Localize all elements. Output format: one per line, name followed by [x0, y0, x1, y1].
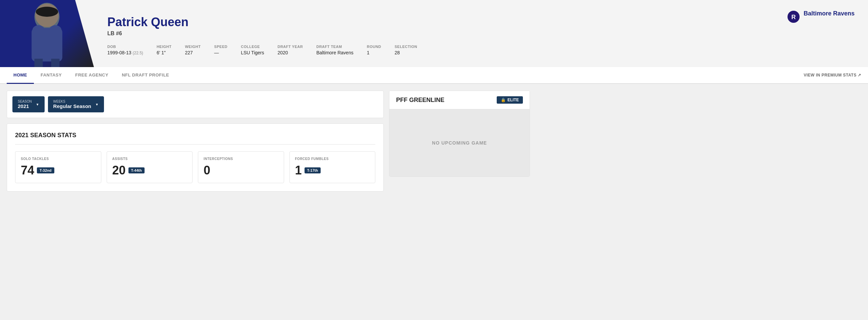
- round-label: ROUND: [367, 44, 381, 49]
- premium-stats-link[interactable]: VIEW IN PREMIUM STATS ↗: [804, 73, 861, 77]
- svg-rect-4: [35, 59, 43, 67]
- draft-team-value: Baltimore Ravens: [316, 50, 353, 55]
- greenline-body: NO UPCOMING GAME: [390, 109, 530, 177]
- assists-value-row: 20 T-44th: [112, 163, 187, 178]
- weeks-filter-dropdown[interactable]: WEEKS Regular Season ▼: [48, 96, 104, 113]
- tab-free-agency[interactable]: FREE AGENCY: [68, 67, 115, 84]
- main-content: SEASON 2021 ▼ WEEKS Regular Season ▼ 202…: [0, 84, 537, 198]
- player-name: Patrick Queen: [107, 15, 767, 29]
- height-value: 6' 1": [157, 50, 172, 55]
- solo-tackles-rank: T-32nd: [37, 167, 54, 173]
- speed-value: —: [214, 50, 227, 55]
- greenline-card: PFF GREENLINE 🔒 ELITE NO UPCOMING GAME: [389, 91, 530, 177]
- draft-team-label: DRAFT TEAM: [316, 44, 353, 49]
- team-logo-area: R Baltimore Ravens: [780, 0, 868, 67]
- player-info: Patrick Queen LB #6 DOB 1999-08-13 (22.5…: [94, 0, 780, 67]
- interceptions-label: INTERCEPTIONS: [204, 157, 278, 161]
- svg-point-7: [36, 7, 58, 17]
- solo-tackles-label: SOLO TACKLES: [21, 157, 96, 161]
- selection-value: 28: [395, 50, 417, 55]
- team-name: Baltimore Ravens: [804, 10, 855, 17]
- nav-tabs-left: HOME FANTASY FREE AGENCY NFL DRAFT PROFI…: [7, 67, 176, 83]
- season-filter-dropdown[interactable]: SEASON 2021 ▼: [12, 96, 44, 113]
- detail-round: ROUND 1: [367, 44, 381, 55]
- round-value: 1: [367, 50, 381, 55]
- elite-badge-label: ELITE: [507, 98, 519, 102]
- detail-speed: SPEED —: [214, 44, 227, 55]
- player-banner: Patrick Queen LB #6 DOB 1999-08-13 (22.5…: [0, 0, 868, 67]
- dob-label: DOB: [107, 44, 143, 49]
- dob-value: 1999-08-13 (22.5): [107, 50, 143, 55]
- tab-fantasy[interactable]: FANTASY: [34, 67, 68, 84]
- player-image-area: [0, 0, 94, 67]
- player-details: DOB 1999-08-13 (22.5) HEIGHT 6' 1" WEIGH…: [107, 44, 767, 55]
- filters-row: SEASON 2021 ▼ WEEKS Regular Season ▼: [7, 91, 384, 118]
- svg-point-2: [33, 25, 45, 35]
- no-game-text: NO UPCOMING GAME: [432, 140, 487, 146]
- weeks-filter-label: WEEKS: [53, 100, 91, 103]
- season-filter-value: 2021: [18, 103, 29, 109]
- detail-draft-year: DRAFT YEAR 2020: [277, 44, 303, 55]
- player-position: LB #6: [107, 31, 767, 37]
- left-panel: SEASON 2021 ▼ WEEKS Regular Season ▼ 202…: [7, 91, 384, 192]
- tab-nfl-draft-profile[interactable]: NFL DRAFT PROFILE: [115, 67, 176, 84]
- tab-home[interactable]: HOME: [7, 67, 34, 84]
- detail-weight: WEIGHT 227: [185, 44, 200, 55]
- weeks-dropdown-arrow-icon: ▼: [95, 103, 99, 106]
- selection-label: SELECTION: [395, 44, 417, 49]
- assists-label: ASSISTS: [112, 157, 187, 161]
- forced-fumbles-rank: T-17th: [305, 167, 321, 173]
- speed-label: SPEED: [214, 44, 227, 49]
- svg-text:R: R: [791, 14, 796, 21]
- weight-label: WEIGHT: [185, 44, 200, 49]
- assists-value: 20: [112, 163, 126, 178]
- stat-card-solo-tackles: SOLO TACKLES 74 T-32nd: [15, 151, 101, 183]
- college-label: COLLEGE: [241, 44, 264, 49]
- assists-rank: T-44th: [128, 167, 145, 173]
- greenline-title: PFF GREENLINE: [396, 97, 444, 104]
- lock-icon: 🔒: [501, 98, 506, 102]
- svg-rect-5: [51, 59, 60, 67]
- nav-tabs: HOME FANTASY FREE AGENCY NFL DRAFT PROFI…: [0, 67, 868, 84]
- player-silhouette: [0, 0, 94, 67]
- stats-title: 2021 SEASON STATS: [15, 132, 375, 145]
- detail-height: HEIGHT 6' 1": [157, 44, 172, 55]
- weight-value: 227: [185, 50, 200, 55]
- height-label: HEIGHT: [157, 44, 172, 49]
- ravens-logo-icon: R: [787, 10, 800, 24]
- forced-fumbles-label: FORCED FUMBLES: [295, 157, 370, 161]
- weeks-filter-value: Regular Season: [53, 103, 91, 109]
- elite-badge[interactable]: 🔒 ELITE: [497, 96, 523, 104]
- svg-point-3: [49, 25, 62, 35]
- detail-college: COLLEGE LSU Tigers: [241, 44, 264, 55]
- draft-year-value: 2020: [277, 50, 303, 55]
- forced-fumbles-value-row: 1 T-17th: [295, 163, 370, 178]
- solo-tackles-value: 74: [21, 163, 34, 178]
- season-filter-label: SEASON: [18, 100, 32, 103]
- forced-fumbles-value: 1: [295, 163, 302, 178]
- stat-card-interceptions: INTERCEPTIONS 0: [198, 151, 284, 183]
- stat-card-assists: ASSISTS 20 T-44th: [107, 151, 193, 183]
- college-value: LSU Tigers: [241, 50, 264, 55]
- greenline-header: PFF GREENLINE 🔒 ELITE: [390, 91, 530, 109]
- stats-grid: SOLO TACKLES 74 T-32nd ASSISTS 20 T-44th: [15, 151, 375, 183]
- season-dropdown-arrow-icon: ▼: [36, 103, 39, 106]
- stats-section: 2021 SEASON STATS SOLO TACKLES 74 T-32nd…: [7, 123, 384, 192]
- stat-card-forced-fumbles: FORCED FUMBLES 1 T-17th: [289, 151, 376, 183]
- right-panel: PFF GREENLINE 🔒 ELITE NO UPCOMING GAME: [389, 91, 530, 192]
- solo-tackles-value-row: 74 T-32nd: [21, 163, 96, 178]
- draft-year-label: DRAFT YEAR: [277, 44, 303, 49]
- detail-dob: DOB 1999-08-13 (22.5): [107, 44, 143, 55]
- interceptions-value-row: 0: [204, 163, 278, 178]
- interceptions-value: 0: [204, 163, 210, 178]
- detail-draft-team: DRAFT TEAM Baltimore Ravens: [316, 44, 353, 55]
- detail-selection: SELECTION 28: [395, 44, 417, 55]
